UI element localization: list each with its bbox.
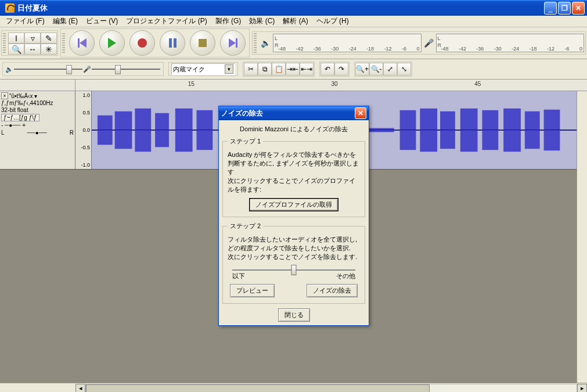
input-device-combo[interactable]: 内蔵マイク ▾ [171, 63, 235, 75]
stop-button[interactable] [190, 30, 215, 56]
input-volume-slider[interactable] [91, 63, 161, 75]
track-rate: ƒ,ƒmƒ‰ƒ‹,44100Hz [1, 100, 74, 106]
input-device-value: 内蔵マイク [173, 65, 205, 74]
mic-small-icon: 🎤 [83, 66, 91, 73]
envelope-tool[interactable]: ▿ [24, 33, 41, 44]
mute-button[interactable]: ƒ~ƒ…[ƒg ƒ\ƒ [1, 114, 39, 121]
step2-text: フィルタ除去したいオーディオを全て選択し, どの程度フィルタで除去をしたいかを選… [228, 235, 360, 261]
zoom-tool[interactable]: 🔍 [8, 44, 24, 55]
record-button[interactable] [129, 30, 155, 56]
pan-right-label: R [70, 130, 74, 136]
gain-slider[interactable]: - ─●── + [1, 122, 74, 128]
menu-help[interactable]: ヘルプ (H) [314, 15, 351, 27]
track-header[interactable]: × "û•t‰Ä‹x ▾ ƒ,ƒmƒ‰ƒ‹,44100Hz 32-bit flo… [0, 91, 75, 169]
menu-generate[interactable]: 製作 (G) [213, 15, 244, 27]
menubar: ファイル (F) 編集 (E) ビュー (V) プロジェクトファイル (P) 製… [0, 16, 587, 27]
chevron-down-icon: ▾ [225, 64, 233, 74]
app-icon [5, 3, 15, 13]
playback-meter: 🔈 L R -48-42-36-30-24-18-12-60 🎤 L R -48… [252, 31, 586, 55]
step1-group: ステップ 1 Audacity が何をフィルタで除去するべきかを 判断するために… [222, 137, 365, 217]
maximize-button[interactable]: ❐ [558, 2, 571, 15]
titlebar: 日付夏休 ‗ ❐ ✕ [0, 0, 587, 16]
vertical-scrollbar[interactable] [577, 91, 587, 383]
draw-tool[interactable]: ✎ [41, 33, 57, 44]
vertical-scale: 1.00.50.0-0.5-1.0 [75, 91, 92, 169]
redo-button[interactable]: ↷ [334, 63, 348, 75]
scroll-thumb[interactable] [86, 384, 430, 393]
selection-tool[interactable]: I [8, 33, 24, 44]
pan-slider[interactable]: ──●── [27, 130, 46, 136]
noise-amount-slider[interactable] [232, 269, 355, 271]
horizontal-scrollbar[interactable]: ◂ ▸ [0, 383, 587, 392]
paste-button[interactable]: 📋 [272, 63, 286, 75]
tool-palette: I ▿ ✎ 🔍 ↔ ✳ [1, 30, 58, 56]
record-meter-scale[interactable]: L R -48-42-36-30-24-18-12-60 [436, 34, 585, 52]
cut-button[interactable]: ✂ [244, 63, 258, 75]
zoom-in-button[interactable]: 🔍+ [355, 63, 369, 75]
scroll-left-button[interactable]: ◂ [75, 384, 85, 393]
multi-tool[interactable]: ✳ [41, 44, 57, 55]
scroll-right-button[interactable]: ▸ [577, 384, 587, 393]
pause-button[interactable] [160, 30, 185, 56]
menu-effect[interactable]: 効果 (C) [247, 15, 277, 27]
output-volume-slider[interactable] [13, 63, 83, 75]
step1-text: Audacity が何をフィルタで除去するべきかを 判断するために, まずノイズ… [228, 150, 360, 194]
timeline-ruler[interactable]: 15 30 45 [75, 80, 587, 91]
pan-left-label: L [1, 130, 5, 136]
skip-end-button[interactable] [220, 30, 246, 56]
trim-button[interactable]: ⇥⇤ [286, 63, 300, 75]
noise-removal-dialog: ノイズの除去 ✕ Dominic Mazzoni によるノイズの除去 ステップ … [218, 106, 369, 326]
silence-button[interactable]: ⇤⇥ [300, 63, 314, 75]
timeshift-tool[interactable]: ↔ [24, 44, 41, 55]
menu-view[interactable]: ビュー (V) [84, 15, 120, 27]
dialog-ok-close-button[interactable]: 閉じる [278, 308, 310, 322]
transport-controls [60, 28, 250, 57]
get-noise-profile-button[interactable]: ノイズプロファイルの取得 [250, 199, 338, 211]
fit-project-button[interactable]: ⤡ [397, 63, 411, 75]
fit-selection-button[interactable]: ⤢ [383, 63, 397, 75]
track-format: 32-bit float [1, 107, 74, 113]
menu-file[interactable]: ファイル (F) [3, 15, 47, 27]
menu-project[interactable]: プロジェクトファイル (P) [124, 15, 209, 27]
copy-button[interactable]: ⧉ [258, 63, 272, 75]
speaker-icon: 🔈 [261, 38, 271, 48]
undo-button[interactable]: ↶ [320, 63, 334, 75]
speaker-small-icon: 🔈 [5, 66, 13, 73]
menu-edit[interactable]: 編集 (E) [51, 15, 80, 27]
track-close-button[interactable]: × [1, 92, 8, 99]
dialog-title: ノイズの除去 [221, 109, 263, 118]
mic-icon: 🎤 [424, 38, 434, 48]
zoom-out-button[interactable]: 🔍- [369, 63, 383, 75]
toolbar-main: I ▿ ✎ 🔍 ↔ ✳ 🔈 L R -48-42- [0, 27, 587, 59]
dialog-titlebar[interactable]: ノイズの除去 ✕ [219, 106, 369, 120]
track-name[interactable]: "û•t‰Ä‹x ▾ [9, 93, 37, 99]
menu-analyze[interactable]: 解析 (A) [280, 15, 310, 27]
dialog-close-button[interactable]: ✕ [355, 107, 366, 119]
ruler-corner [0, 80, 75, 91]
window-close-button[interactable]: ✕ [572, 2, 585, 15]
minimize-button[interactable]: ‗ [544, 2, 557, 15]
play-button[interactable] [99, 30, 125, 56]
window-title: 日付夏休 [17, 3, 544, 13]
app-window: { "window": { "title": "日付夏休" }, "menu":… [0, 0, 587, 392]
step2-group: ステップ 2 フィルタ除去したいオーディオを全て選択し, どの程度フィルタで除去… [222, 222, 365, 304]
toolbar-mixer: 🔈 🎤 内蔵マイク ▾ ✂ ⧉ 📋 ⇥⇤ ⇤⇥ ↶ ↷ 🔍+ 🔍- ⤢ ⤡ [0, 59, 587, 80]
step1-legend: ステップ 1 [228, 137, 263, 146]
playback-meter-scale[interactable]: L R -48-42-36-30-24-18-12-60 [273, 34, 422, 52]
preview-button[interactable]: プレビュー [230, 284, 275, 297]
step2-legend: ステップ 2 [228, 222, 263, 231]
dialog-credit: Dominic Mazzoni によるノイズの除去 [222, 125, 365, 134]
skip-start-button[interactable] [69, 30, 95, 56]
slider-less-label: 以下 [232, 272, 245, 280]
slider-more-label: その他 [336, 272, 355, 280]
remove-noise-button[interactable]: ノイズの除去 [307, 284, 358, 297]
